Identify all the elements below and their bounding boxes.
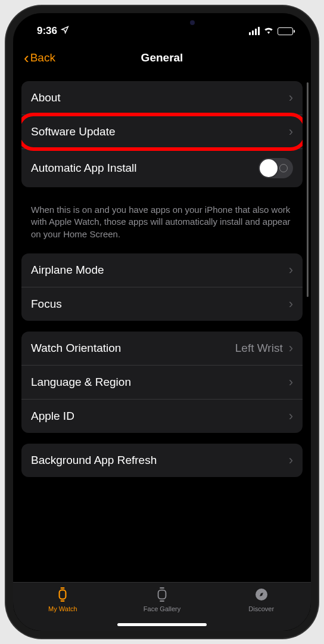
chevron-left-icon: ‹ <box>24 50 29 66</box>
screen: 9:36 ‹ Back General <box>13 13 311 631</box>
chevron-right-icon: › <box>289 374 293 390</box>
phone-frame: 9:36 ‹ Back General <box>6 6 318 638</box>
settings-group-2: Airplane Mode › Focus › <box>21 253 303 321</box>
cell-label: Software Update <box>31 125 116 138</box>
tab-my-watch[interactable]: My Watch <box>13 586 113 628</box>
back-label: Back <box>30 51 55 64</box>
watch-orientation-cell[interactable]: Watch Orientation Left Wrist › <box>21 332 303 366</box>
svg-rect-1 <box>158 590 166 599</box>
toggle-off-indicator <box>279 164 288 172</box>
notch <box>102 13 222 31</box>
chevron-right-icon: › <box>289 296 293 312</box>
scroll-indicator[interactable] <box>307 82 309 297</box>
software-update-cell[interactable]: Software Update › <box>21 115 303 149</box>
automatic-app-install-toggle[interactable] <box>258 158 293 178</box>
focus-cell[interactable]: Focus › <box>21 287 303 321</box>
cell-value: Left Wrist <box>235 342 283 355</box>
page-title: General <box>141 51 183 64</box>
chevron-right-icon: › <box>289 453 293 468</box>
group-footer-text: When this is on and you have apps on you… <box>21 198 303 253</box>
settings-group-4: Background App Refresh › <box>21 444 303 477</box>
tab-label: Face Gallery <box>144 605 180 612</box>
cell-label: Background App Refresh <box>31 454 157 467</box>
chevron-right-icon: › <box>289 408 293 424</box>
cell-label: Focus <box>31 298 62 311</box>
tab-face-gallery[interactable]: Face Gallery <box>113 586 212 628</box>
settings-group-1: About › Software Update › Automatic App … <box>21 81 303 187</box>
watch-icon <box>54 586 71 603</box>
status-time: 9:36 <box>37 25 57 37</box>
cell-label: Apple ID <box>31 410 74 423</box>
home-indicator[interactable] <box>117 623 207 626</box>
cellular-signal-icon <box>249 27 260 35</box>
cell-label: About <box>31 91 61 104</box>
face-gallery-icon <box>154 586 170 603</box>
airplane-mode-cell[interactable]: Airplane Mode › <box>21 253 303 287</box>
content-area[interactable]: About › Software Update › Automatic App … <box>13 76 311 582</box>
apple-id-cell[interactable]: Apple ID › <box>21 400 303 433</box>
tab-label: My Watch <box>48 605 77 612</box>
chevron-right-icon: › <box>289 124 293 140</box>
chevron-right-icon: › <box>289 90 293 106</box>
background-app-refresh-cell[interactable]: Background App Refresh › <box>21 444 303 477</box>
cell-label: Airplane Mode <box>31 264 104 277</box>
cell-label: Automatic App Install <box>31 162 136 175</box>
navigation-bar: ‹ Back General <box>13 43 311 76</box>
location-icon <box>61 25 69 37</box>
language-region-cell[interactable]: Language & Region › <box>21 366 303 400</box>
battery-icon <box>278 27 293 35</box>
svg-rect-0 <box>60 590 66 599</box>
chevron-right-icon: › <box>289 340 293 356</box>
back-button[interactable]: ‹ Back <box>24 50 55 66</box>
tab-label: Discover <box>248 605 274 612</box>
cell-label: Language & Region <box>31 376 131 389</box>
chevron-right-icon: › <box>289 262 293 278</box>
toggle-knob <box>260 159 278 177</box>
wifi-icon <box>263 25 274 37</box>
tab-discover[interactable]: Discover <box>211 586 311 628</box>
cell-label: Watch Orientation <box>31 342 121 355</box>
automatic-app-install-cell: Automatic App Install <box>21 149 303 187</box>
settings-group-3: Watch Orientation Left Wrist › Language … <box>21 332 303 433</box>
compass-icon <box>253 586 270 603</box>
about-cell[interactable]: About › <box>21 81 303 115</box>
